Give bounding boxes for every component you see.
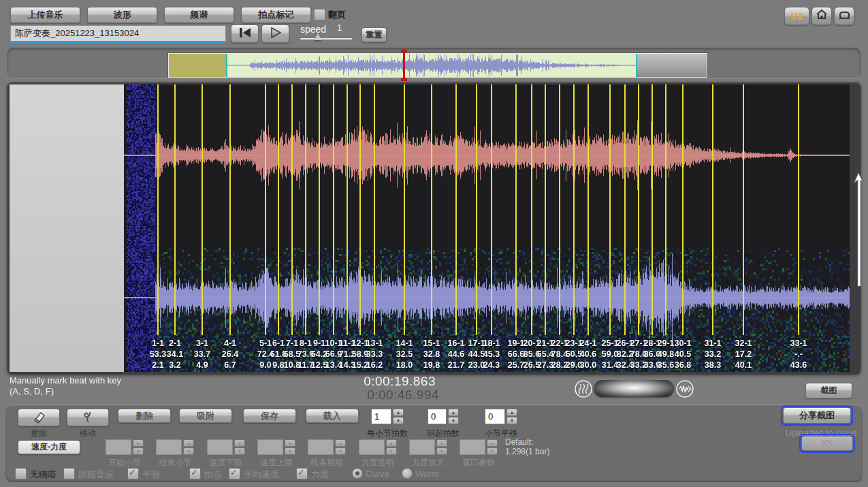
load-button[interactable]: 载入 <box>306 409 359 423</box>
no-click-checkbox[interactable] <box>15 468 27 480</box>
speed-value: 1 <box>337 22 342 33</box>
start-bar-value[interactable] <box>106 439 131 455</box>
play-button[interactable] <box>261 25 289 43</box>
move-wave-icon <box>81 410 95 426</box>
beats-per-bar-down-button[interactable]: ▼ <box>393 417 404 424</box>
dyn-zoom-down-button[interactable]: ▼ <box>436 447 447 455</box>
follow-music-checkbox[interactable] <box>63 468 75 480</box>
overview-waveform[interactable] <box>167 52 708 78</box>
window-param-up-button[interactable]: ▲ <box>487 439 498 447</box>
delete-button[interactable]: 删除 <box>118 409 171 423</box>
tempo-dynamics-button[interactable]: 速度-力度 <box>18 440 80 454</box>
speed-slider-track[interactable] <box>300 38 352 40</box>
reset-speed-button[interactable]: 重置 <box>361 27 387 42</box>
smooth-label: 平滑 <box>142 469 160 481</box>
follow-music-label: 跟随音乐 <box>78 469 114 481</box>
overview-playhead[interactable] <box>401 50 407 81</box>
line-width-value[interactable] <box>308 439 334 455</box>
speed-min-up-button[interactable]: ▲ <box>234 439 245 447</box>
beats-per-bar-arrows: ▲▼ <box>393 409 404 424</box>
smooth-checkbox[interactable] <box>127 468 139 480</box>
dynamics-checkbox[interactable] <box>296 468 308 480</box>
line-width-up-button[interactable]: ▲ <box>335 439 346 447</box>
no-click-label: 无嘀嗒 <box>30 469 57 481</box>
window-param-arrows: ▲▼ <box>487 439 498 455</box>
erase-label: 擦除 <box>18 428 60 439</box>
beat-points-label: 拍点 <box>204 469 222 481</box>
fullscreen-button[interactable] <box>834 7 854 25</box>
worm-radio[interactable] <box>402 468 413 479</box>
skip-start-button[interactable] <box>231 25 259 43</box>
pickup-beats-value[interactable]: 0 <box>428 409 447 424</box>
avg-speed-label: 平均速度 <box>244 469 279 481</box>
screenshot-button[interactable]: 截图 <box>805 383 852 398</box>
dyn-opacity-down-button[interactable]: ▼ <box>386 447 397 455</box>
beats-per-bar-label: 每小节拍数 <box>364 428 411 439</box>
pickup-beats-label: 弱起拍数 <box>421 428 466 439</box>
save-button[interactable]: 保存 <box>243 409 296 423</box>
speed-max-up-button[interactable]: ▲ <box>285 439 295 447</box>
default-value: 1.298(1 bar) <box>505 447 549 456</box>
end-bar-down-button[interactable]: ▼ <box>183 447 194 455</box>
filename-input[interactable] <box>10 25 226 43</box>
snap-button[interactable]: 吸附 <box>179 409 232 423</box>
zoom-in-wave-icon[interactable] <box>675 379 694 398</box>
dyn-opacity-value[interactable] <box>359 439 385 455</box>
speed-max-value[interactable] <box>257 439 283 455</box>
speed-slider-thumb[interactable] <box>314 33 322 40</box>
window-param-value[interactable] <box>460 439 485 455</box>
start-bar-up-button[interactable]: ▲ <box>133 439 144 447</box>
hint-line2: (A, S, D, F) <box>10 386 54 396</box>
page-turn-checkbox[interactable] <box>314 9 325 20</box>
window-param-down-button[interactable]: ▼ <box>487 447 498 455</box>
ioi-button[interactable]: IOI <box>801 436 853 451</box>
home-icon <box>816 10 827 22</box>
curve-radio[interactable] <box>352 468 363 479</box>
default-window-param: Default: 1.298(1 bar) <box>505 437 549 456</box>
pickup-beats-up-button[interactable]: ▲ <box>448 409 459 416</box>
pickup-beats-arrows: ▲▼ <box>448 409 459 424</box>
fullscreen-icon <box>839 10 850 22</box>
eraser-icon <box>31 410 46 426</box>
move-button[interactable] <box>67 409 109 426</box>
beats-per-bar-value[interactable]: 1 <box>371 409 391 424</box>
beat-points-checkbox[interactable] <box>189 468 201 480</box>
bar-shift-up-button[interactable]: ▲ <box>507 409 517 416</box>
zoom-out-wave-icon[interactable] <box>574 379 593 398</box>
speed-min-value[interactable] <box>207 439 233 455</box>
pickup-beats-down-button[interactable]: ▼ <box>448 417 459 424</box>
bar-shift-down-button[interactable]: ▼ <box>507 417 517 424</box>
speed-max-arrows: ▲▼ <box>285 439 295 455</box>
waveform-view-button[interactable]: 波形 <box>87 7 157 23</box>
erase-button[interactable] <box>18 409 60 426</box>
avg-speed-checkbox[interactable] <box>229 468 240 480</box>
speed-min-down-button[interactable]: ▼ <box>234 447 245 455</box>
speed-max-down-button[interactable]: ▼ <box>285 447 295 455</box>
beat-marking-app: 上传音乐波形频谱拍点标记 翻页 V2 speed 1 重置 1-153. <box>0 0 868 487</box>
end-bar-arrows: ▲▼ <box>183 439 194 455</box>
beat-mark-button[interactable]: 拍点标记 <box>241 7 311 23</box>
line-width-down-button[interactable]: ▼ <box>335 447 346 455</box>
line-width-label: 线条粗细 <box>301 457 353 469</box>
hint-line1: Manually mark beat with key <box>10 375 121 386</box>
curve-label: Curve <box>366 469 389 479</box>
beats-per-bar-up-button[interactable]: ▲ <box>393 409 404 416</box>
share-screenshot-button[interactable]: 分享截图 <box>783 407 851 424</box>
speed-min-label: 速度下限 <box>200 457 252 469</box>
main-waveform[interactable] <box>124 84 850 372</box>
zoom-pill-slider[interactable] <box>594 380 674 397</box>
end-bar-up-button[interactable]: ▲ <box>183 439 194 447</box>
dyn-opacity-up-button[interactable]: ▲ <box>386 439 397 447</box>
start-bar-label: 开始小节 <box>99 457 150 469</box>
page-turn-label: 翻页 <box>328 9 346 21</box>
start-bar-down-button[interactable]: ▼ <box>133 447 144 455</box>
end-bar-value[interactable] <box>156 439 182 455</box>
dynamics-label: 力度 <box>311 469 329 481</box>
home-button[interactable] <box>811 7 832 25</box>
upload-music-button[interactable]: 上传音乐 <box>10 7 80 23</box>
dyn-zoom-up-button[interactable]: ▲ <box>436 439 447 447</box>
bar-shift-value[interactable]: 0 <box>485 409 505 424</box>
dyn-zoom-value[interactable] <box>409 439 435 455</box>
worm-label: Worm <box>415 469 438 479</box>
spectrum-view-button[interactable]: 频谱 <box>164 7 234 23</box>
